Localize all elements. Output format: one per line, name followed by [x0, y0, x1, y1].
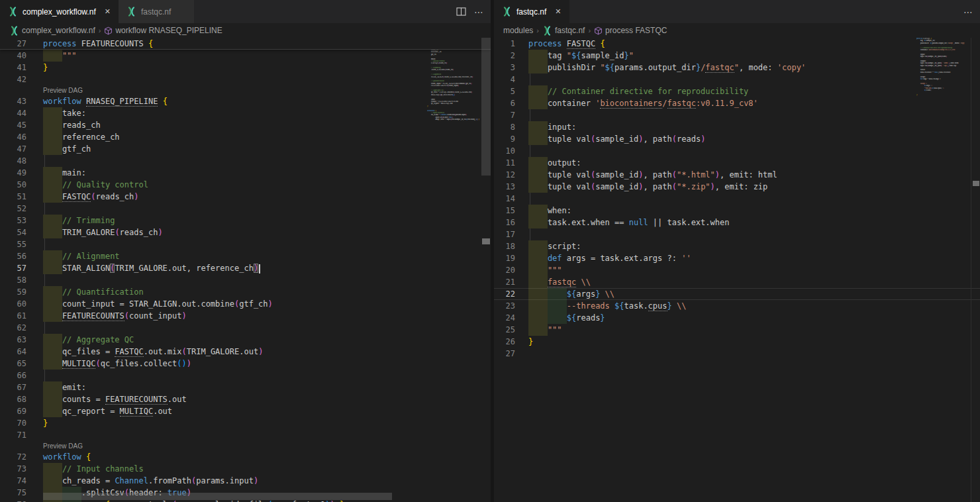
line-number[interactable]: 16: [494, 217, 515, 228]
line-number[interactable]: 46: [0, 131, 26, 143]
line-number[interactable]: 1: [494, 38, 515, 50]
code-line[interactable]: 14: [494, 193, 980, 205]
code-line[interactable]: 17: [494, 228, 980, 240]
code-line[interactable]: 19def args = task.ext.args ?: '': [494, 252, 980, 264]
code-line[interactable]: 70}: [0, 417, 491, 429]
line-number[interactable]: 67: [0, 381, 26, 393]
line-number[interactable]: 27: [0, 38, 26, 49]
line-number[interactable]: 70: [0, 417, 26, 429]
code-line[interactable]: 45reads_ch: [0, 119, 491, 131]
tab-fastqc-left[interactable]: fastqc.nf ✕: [119, 0, 195, 23]
line-number[interactable]: 44: [0, 107, 26, 119]
code-line[interactable]: 5// Container directive for reproducibil…: [494, 85, 980, 97]
line-number[interactable]: 15: [494, 205, 515, 217]
line-number[interactable]: 50: [0, 179, 26, 191]
line-number[interactable]: 26: [494, 336, 515, 348]
code-line[interactable]: 13tuple val(sample_id), path("*.zip"), e…: [494, 181, 980, 193]
code-line[interactable]: 51FASTQC(reads_ch): [0, 191, 491, 203]
code-line[interactable]: 25""": [494, 324, 980, 336]
line-number[interactable]: 71: [0, 429, 26, 441]
line-number[interactable]: 42: [0, 74, 26, 85]
code-line[interactable]: 56// Alignment: [0, 250, 491, 262]
line-number[interactable]: 5: [494, 85, 515, 97]
line-number[interactable]: 18: [494, 240, 515, 252]
code-line[interactable]: 15when:: [494, 205, 980, 217]
line-number[interactable]: 45: [0, 119, 26, 131]
codelens-preview-dag[interactable]: Preview DAG: [0, 441, 491, 451]
vertical-scrollbar-thumb-left[interactable]: [481, 38, 491, 176]
line-number[interactable]: 52: [0, 203, 26, 215]
code-line[interactable]: 48: [0, 155, 491, 167]
line-number[interactable]: 12: [494, 169, 515, 181]
line-number[interactable]: 47: [0, 143, 26, 155]
code-line[interactable]: 27process FEATURECOUNTS {: [0, 38, 491, 50]
breadcrumb-folder[interactable]: modules: [503, 26, 533, 35]
line-number[interactable]: 14: [494, 193, 515, 205]
code-line[interactable]: 26}: [494, 336, 980, 348]
line-number[interactable]: 24: [494, 312, 515, 324]
code-line[interactable]: 72workflow {: [0, 451, 491, 463]
line-number[interactable]: 64: [0, 346, 26, 358]
line-number[interactable]: 55: [0, 238, 26, 250]
tab-complex-workflow[interactable]: complex_workflow.nf ✕: [0, 0, 119, 23]
code-line[interactable]: 23--threads ${task.cpus} \\: [494, 300, 980, 312]
line-number[interactable]: 4: [494, 74, 515, 85]
minimap-right[interactable]: process FASTQC {tag "${sample_id}"publis…: [916, 38, 971, 99]
line-number[interactable]: 41: [0, 62, 26, 74]
code-line[interactable]: 22${args} \\: [494, 288, 980, 300]
code-line[interactable]: 21fastqc \\: [494, 276, 980, 288]
line-number[interactable]: 57: [0, 262, 26, 274]
line-number[interactable]: 23: [494, 300, 515, 312]
breadcrumb-symbol[interactable]: process FASTQC: [594, 26, 667, 35]
code-line[interactable]: 63// Aggregate QC: [0, 334, 491, 346]
line-number[interactable]: 65: [0, 358, 26, 370]
line-number[interactable]: 74: [0, 475, 26, 487]
code-line[interactable]: 11output:: [494, 157, 980, 169]
code-line[interactable]: 67emit:: [0, 381, 491, 393]
line-number[interactable]: 7: [494, 109, 515, 121]
line-number[interactable]: 61: [0, 310, 26, 322]
code-line[interactable]: 41}: [0, 62, 491, 74]
code-line[interactable]: 74ch_reads = Channel.fromPath(params.inp…: [0, 475, 491, 487]
code-line[interactable]: 71: [0, 429, 491, 441]
line-number[interactable]: 73: [0, 463, 26, 475]
code-line[interactable]: 49main:: [0, 167, 491, 179]
breadcrumb-symbol[interactable]: workflow RNASEQ_PIPELINE: [104, 26, 222, 35]
close-icon[interactable]: ✕: [105, 7, 111, 16]
code-line[interactable]: 53// Trimming: [0, 215, 491, 226]
more-actions-icon[interactable]: ⋯: [963, 7, 973, 17]
line-number[interactable]: 8: [494, 121, 515, 133]
line-number[interactable]: 19: [494, 252, 515, 264]
line-number[interactable]: 76: [0, 499, 26, 502]
line-number[interactable]: 63: [0, 334, 26, 346]
code-line[interactable]: 59// Quantification: [0, 286, 491, 298]
line-number[interactable]: 22: [494, 288, 515, 300]
code-line[interactable]: 50// Quality control: [0, 179, 491, 191]
line-number[interactable]: 10: [494, 145, 515, 157]
code-line[interactable]: 62: [0, 322, 491, 334]
line-number[interactable]: 56: [0, 250, 26, 262]
code-line[interactable]: 64qc_files = FASTQC.out.mix(TRIM_GALORE.…: [0, 346, 491, 358]
code-line[interactable]: 58: [0, 274, 491, 286]
breadcrumb-file[interactable]: fastqc.nf: [542, 26, 585, 36]
line-number[interactable]: 40: [0, 50, 26, 62]
line-number[interactable]: 60: [0, 298, 26, 310]
code-line[interactable]: 42: [0, 74, 491, 85]
code-line[interactable]: 4: [494, 74, 980, 85]
code-line[interactable]: 61FEATURECOUNTS(count_input): [0, 310, 491, 322]
line-number[interactable]: 53: [0, 215, 26, 226]
code-line[interactable]: 2tag "${sample_id}": [494, 50, 980, 62]
code-line[interactable]: 66: [0, 370, 491, 381]
line-number[interactable]: 3: [494, 62, 515, 74]
line-number[interactable]: 54: [0, 226, 26, 238]
code-line[interactable]: 65MULTIQC(qc_files.collect()): [0, 358, 491, 370]
line-number[interactable]: 25: [494, 324, 515, 336]
line-number[interactable]: 66: [0, 370, 26, 381]
scrollbar-track-right[interactable]: [971, 38, 980, 502]
code-line[interactable]: 10: [494, 145, 980, 157]
code-line[interactable]: 20""": [494, 264, 980, 276]
line-number[interactable]: 68: [0, 393, 26, 405]
line-number[interactable]: 49: [0, 167, 26, 179]
code-line[interactable]: 46reference_ch: [0, 131, 491, 143]
code-line[interactable]: 27: [494, 348, 980, 360]
